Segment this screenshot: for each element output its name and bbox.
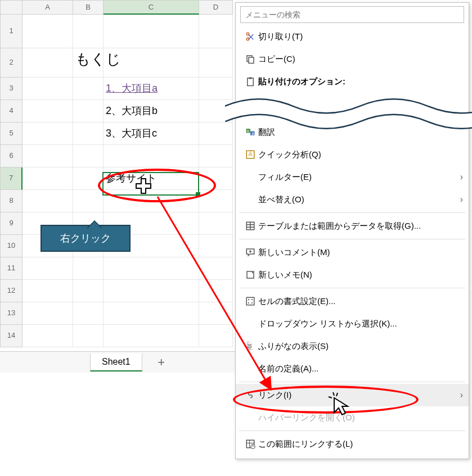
row-header-1[interactable]: 1: [0, 15, 23, 48]
menu-item-format-cells[interactable]: セルの書式設定(E)...: [236, 290, 469, 312]
cell[interactable]: [199, 325, 233, 347]
cell[interactable]: [104, 15, 199, 48]
cell-c7-selected[interactable]: 参考サイト: [104, 167, 199, 190]
cell[interactable]: [23, 325, 73, 347]
cell-b2[interactable]: もくじ: [73, 48, 104, 78]
cell[interactable]: [104, 145, 199, 167]
cell[interactable]: [23, 167, 73, 190]
menu-item-get-data[interactable]: テーブルまたは範囲からデータを取得(G)...: [236, 215, 469, 237]
cell[interactable]: [199, 15, 233, 48]
sheet-tab-sheet1[interactable]: Sheet1: [90, 353, 142, 371]
cell[interactable]: [23, 190, 73, 212]
menu-item-cut[interactable]: 切り取り(T): [236, 25, 469, 48]
cell[interactable]: [199, 280, 233, 302]
cell[interactable]: [199, 190, 233, 212]
row-header-14[interactable]: 14: [0, 325, 23, 347]
col-header-b[interactable]: B: [73, 0, 104, 15]
row-header-8[interactable]: 8: [0, 190, 23, 212]
menu-label: 翻訳: [258, 127, 463, 138]
menu-label: コピー(C): [258, 54, 463, 65]
cell[interactable]: [73, 280, 104, 302]
cell[interactable]: [23, 48, 73, 78]
row-header-10[interactable]: 10: [0, 235, 23, 257]
cell[interactable]: [23, 257, 73, 280]
svg-rect-4: [248, 78, 254, 86]
cell[interactable]: [73, 190, 104, 212]
cell[interactable]: [104, 190, 199, 212]
cell[interactable]: [104, 280, 199, 302]
col-header-a[interactable]: A: [23, 0, 73, 15]
cell[interactable]: [73, 257, 104, 280]
cell[interactable]: [73, 167, 104, 190]
cell-c3-hyperlink[interactable]: 1、大項目a: [104, 78, 199, 100]
cell[interactable]: [23, 123, 73, 145]
cell[interactable]: [73, 123, 104, 145]
cell[interactable]: [73, 302, 104, 325]
menu-label: テーブルまたは範囲からデータを取得(G)...: [258, 221, 463, 232]
cell[interactable]: [199, 123, 233, 145]
cell[interactable]: [199, 48, 233, 78]
select-all-corner[interactable]: [0, 0, 23, 15]
menu-item-define-name[interactable]: 名前の定義(A)...: [236, 357, 469, 380]
menu-item-paste-options[interactable]: 貼り付けのオプション:: [236, 70, 469, 93]
link-range-icon: [242, 439, 258, 449]
cell-c4[interactable]: 2、大項目b: [104, 100, 199, 123]
cell[interactable]: [199, 78, 233, 100]
menu-item-dropdown-select[interactable]: ドロップダウン リストから選択(K)...: [236, 312, 469, 335]
menu-label: フィルター(E): [258, 172, 460, 183]
clipboard-icon: [242, 76, 258, 87]
col-header-c[interactable]: C: [104, 0, 199, 15]
cell[interactable]: [199, 167, 233, 190]
cell[interactable]: [199, 212, 233, 235]
cell[interactable]: [199, 145, 233, 167]
cell[interactable]: [73, 15, 104, 48]
cell-c5[interactable]: 3、大項目c: [104, 123, 199, 145]
cell[interactable]: [199, 302, 233, 325]
cell[interactable]: [23, 145, 73, 167]
row-header-13[interactable]: 13: [0, 302, 23, 325]
cell[interactable]: [23, 100, 73, 123]
menu-search-input[interactable]: [240, 6, 464, 23]
menu-item-quick-analysis[interactable]: クイック分析(Q): [236, 143, 469, 166]
row-header-9[interactable]: 9: [0, 212, 23, 235]
row-header-6[interactable]: 6: [0, 145, 23, 167]
cell[interactable]: [73, 100, 104, 123]
row-header-12[interactable]: 12: [0, 280, 23, 302]
row-header-11[interactable]: 11: [0, 257, 23, 280]
menu-item-filter[interactable]: フィルター(E) ›: [236, 166, 469, 188]
col-header-d[interactable]: D: [199, 0, 233, 15]
cell[interactable]: [73, 145, 104, 167]
table-data-icon: [242, 221, 258, 231]
menu-item-new-note[interactable]: 新しいメモ(N): [236, 264, 469, 286]
cell[interactable]: [199, 100, 233, 123]
row-header-2[interactable]: 2: [0, 48, 23, 78]
row-header-3[interactable]: 3: [0, 78, 23, 100]
cell[interactable]: [104, 325, 199, 347]
cell[interactable]: [23, 15, 73, 48]
cell[interactable]: [73, 78, 104, 100]
menu-item-new-comment[interactable]: 新しいコメント(M): [236, 241, 469, 264]
note-icon: [242, 270, 258, 280]
cell[interactable]: [23, 280, 73, 302]
cell[interactable]: [23, 78, 73, 100]
menu-item-furigana[interactable]: 亜ア ふりがなの表示(S): [236, 335, 469, 357]
chevron-right-icon: ›: [460, 172, 463, 182]
menu-item-link[interactable]: リンク(I) ›: [236, 384, 469, 406]
row-header-7[interactable]: 7: [0, 167, 23, 190]
cell[interactable]: [199, 235, 233, 257]
menu-search: [240, 6, 464, 23]
row-header-4[interactable]: 4: [0, 100, 23, 123]
cell[interactable]: [104, 302, 199, 325]
row-header-5[interactable]: 5: [0, 123, 23, 145]
svg-point-20: [251, 299, 253, 300]
menu-item-copy[interactable]: コピー(C): [236, 48, 469, 70]
menu-item-translate[interactable]: aあ 翻訳: [236, 121, 469, 143]
cell[interactable]: [23, 302, 73, 325]
add-sheet-button[interactable]: +: [142, 355, 170, 370]
menu-item-sort[interactable]: 並べ替え(O) ›: [236, 188, 469, 211]
menu-item-link-range[interactable]: この範囲にリンクする(L): [236, 433, 469, 455]
cell[interactable]: [199, 257, 233, 280]
cell[interactable]: [104, 48, 199, 78]
cell[interactable]: [104, 257, 199, 280]
cell[interactable]: [73, 325, 104, 347]
